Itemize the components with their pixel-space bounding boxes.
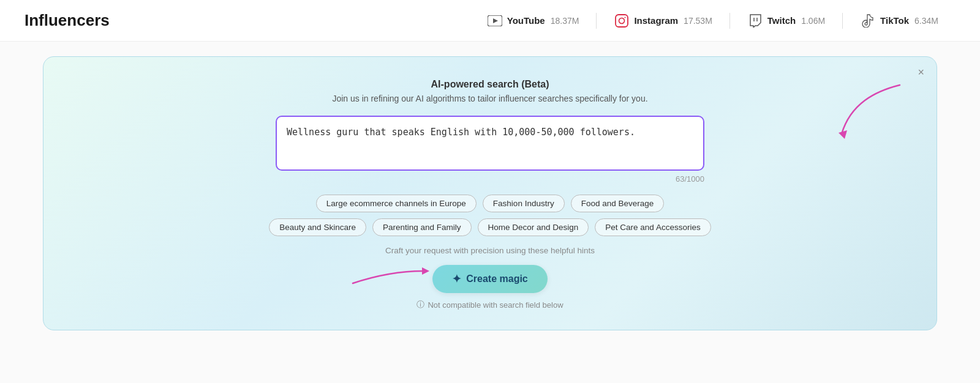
- ai-search-input[interactable]: Wellness guru that speaks English with 1…: [276, 116, 704, 171]
- svg-marker-1: [493, 18, 498, 23]
- page-title: Influencers: [24, 11, 110, 30]
- textarea-wrapper: Wellness guru that speaks English with 1…: [74, 116, 906, 171]
- not-compatible-text: ⓘ Not compatible with search field below: [417, 299, 563, 310]
- twitch-name: Twitch: [767, 15, 796, 26]
- header: Influencers YouTube 18.37M: [0, 0, 980, 42]
- platform-instagram: Instagram 17.53M: [597, 13, 729, 29]
- tiktok-name: TikTok: [880, 15, 909, 26]
- char-count: 63/1000: [74, 174, 704, 184]
- create-magic-section: ✦ Create magic ⓘ Not compatible with sea…: [74, 265, 906, 310]
- svg-point-3: [619, 18, 625, 23]
- card-header: AI-powered search (Beta) Join us in refi…: [74, 79, 906, 103]
- svg-point-4: [625, 17, 626, 18]
- chip-parenting[interactable]: Parenting and Family: [372, 218, 472, 236]
- platform-tiktok: TikTok 6.34M: [843, 13, 956, 29]
- info-icon: ⓘ: [417, 299, 424, 310]
- svg-marker-8: [422, 267, 429, 275]
- platform-youtube: YouTube 18.37M: [470, 13, 597, 29]
- chip-beauty[interactable]: Beauty and Skincare: [269, 218, 366, 236]
- chip-fashion[interactable]: Fashion Industry: [483, 195, 565, 212]
- tiktok-count: 6.34M: [914, 16, 938, 26]
- youtube-count: 18.37M: [551, 16, 579, 26]
- main-content: × AI-powered search (Beta) Join us in re…: [0, 42, 980, 383]
- chip-ecommerce[interactable]: Large ecommerce channels in Europe: [316, 195, 477, 212]
- instagram-icon: [614, 13, 630, 29]
- instagram-count: 17.53M: [684, 16, 712, 26]
- hints-label: Craft your request with precision using …: [74, 246, 906, 255]
- magic-icon: ✦: [452, 272, 461, 286]
- chip-food[interactable]: Food and Beverage: [571, 195, 665, 212]
- youtube-name: YouTube: [507, 15, 545, 26]
- create-magic-label: Create magic: [466, 273, 528, 284]
- twitch-count: 1.06M: [801, 16, 825, 26]
- page-wrapper: Influencers YouTube 18.37M: [0, 0, 980, 383]
- tiktok-icon: [860, 13, 876, 29]
- chips-row-2: Beauty and Skincare Parenting and Family…: [269, 218, 710, 236]
- svg-rect-2: [616, 15, 628, 27]
- create-magic-button[interactable]: ✦ Create magic: [432, 265, 548, 293]
- chip-home-decor[interactable]: Home Decor and Design: [478, 218, 589, 236]
- twitch-icon: [747, 13, 763, 29]
- ai-search-card: × AI-powered search (Beta) Join us in re…: [43, 56, 937, 330]
- platform-list: YouTube 18.37M: [470, 13, 956, 29]
- close-button[interactable]: ×: [918, 67, 924, 78]
- chip-pet-care[interactable]: Pet Care and Accessories: [595, 218, 710, 236]
- chips-row-1: Large ecommerce channels in Europe Fashi…: [316, 195, 665, 212]
- arrow-annotation-left: [347, 253, 432, 289]
- card-subtitle: Join us in refining our AI algorithms to…: [74, 94, 906, 103]
- platform-twitch: Twitch 1.06M: [730, 13, 843, 29]
- card-title: AI-powered search (Beta): [74, 79, 906, 90]
- youtube-icon: [487, 13, 503, 29]
- chips-section: Large ecommerce channels in Europe Fashi…: [74, 195, 906, 236]
- instagram-name: Instagram: [634, 15, 678, 26]
